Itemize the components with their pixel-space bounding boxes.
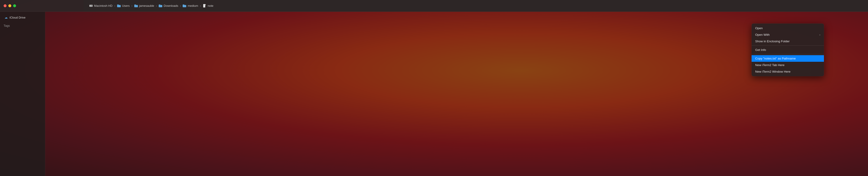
maximize-button[interactable] xyxy=(13,4,16,7)
folder-icon-3 xyxy=(159,4,162,8)
traffic-lights xyxy=(4,4,16,7)
cloud-icon: ☁ xyxy=(4,16,8,19)
breadcrumb-item-macintosh-hd[interactable]: Macintosh HD xyxy=(89,4,113,8)
folder-icon-2 xyxy=(134,4,138,8)
sidebar-item-icloud-drive[interactable]: ☁ iCloud Drive xyxy=(1,14,44,20)
breadcrumb-item-downloads[interactable]: Downloads xyxy=(159,4,178,8)
file-icon xyxy=(203,4,206,8)
hd-icon xyxy=(89,4,93,8)
breadcrumb-sep-2: › xyxy=(131,4,132,7)
breadcrumb-sep-1: › xyxy=(114,4,115,7)
sidebar-icloud-section: ☁ iCloud Drive xyxy=(0,14,45,23)
breadcrumb-item-medium[interactable]: medium xyxy=(183,4,198,8)
context-menu-item-open[interactable]: Open xyxy=(752,25,824,31)
context-menu-item-new-iterm2-window[interactable]: New iTerm2 Window Here xyxy=(752,68,824,75)
tags-label: Tags xyxy=(0,23,45,28)
context-menu-separator-2 xyxy=(752,54,824,54)
breadcrumb-sep-4: › xyxy=(180,4,181,7)
context-menu-separator-1 xyxy=(752,46,824,46)
svg-point-1 xyxy=(91,5,92,6)
context-menu-item-show-enclosing[interactable]: Show in Enclosing Folder xyxy=(752,38,824,45)
context-menu-item-new-iterm2-tab[interactable]: New iTerm2 Tab Here xyxy=(752,62,824,68)
close-button[interactable] xyxy=(4,4,6,7)
breadcrumb: Macintosh HD › Users › jamesauble › Down… xyxy=(84,0,868,12)
svg-rect-2 xyxy=(203,4,205,7)
submenu-arrow-icon: › xyxy=(819,33,820,36)
breadcrumb-item-users[interactable]: Users xyxy=(117,4,130,8)
folder-icon-4 xyxy=(183,4,186,8)
svg-rect-0 xyxy=(89,5,93,7)
sidebar: ☁ iCloud Drive Tags xyxy=(0,12,45,176)
context-menu-item-get-info[interactable]: Get Info xyxy=(752,47,824,53)
finder-window: Macintosh HD › Users › jamesauble › Down… xyxy=(0,0,868,176)
folder-icon-1 xyxy=(117,4,121,8)
breadcrumb-item-jamesauble[interactable]: jamesauble xyxy=(134,4,154,8)
context-menu-item-open-with[interactable]: Open With › xyxy=(752,31,824,38)
sidebar-tags-section: Tags xyxy=(0,23,45,31)
context-menu: Open Open With › Show in Enclosing Folde… xyxy=(752,24,824,76)
context-menu-item-copy-pathname[interactable]: Copy "notes.txt" as Pathname xyxy=(752,55,824,62)
breadcrumb-sep-3: › xyxy=(156,4,157,7)
main-content: Open Open With › Show in Enclosing Folde… xyxy=(45,12,868,176)
breadcrumb-item-note[interactable]: note xyxy=(203,4,213,8)
minimize-button[interactable] xyxy=(8,4,11,7)
breadcrumb-sep-5: › xyxy=(200,4,201,7)
